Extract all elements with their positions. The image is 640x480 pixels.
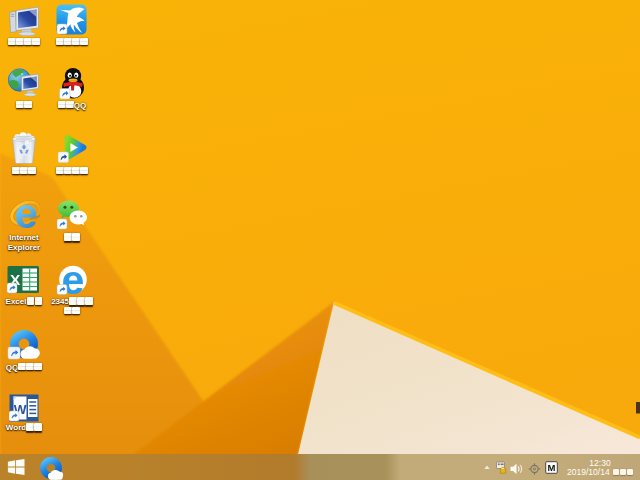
svg-text:e: e: [15, 198, 38, 230]
